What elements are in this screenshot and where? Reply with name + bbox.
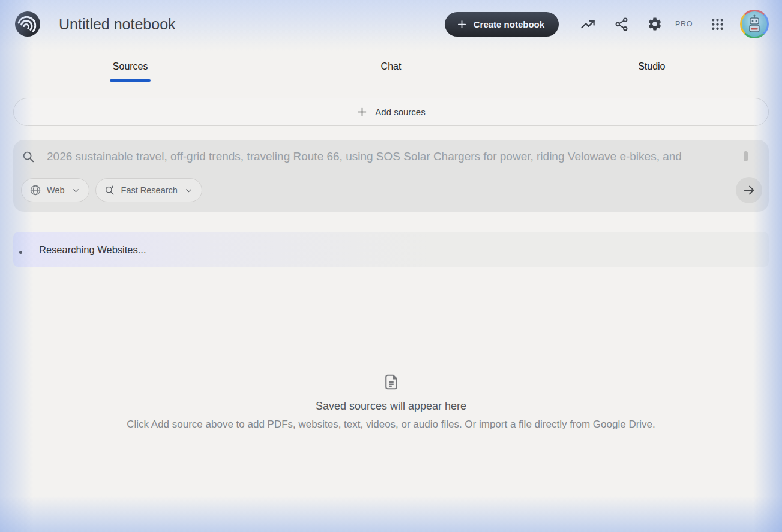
sources-empty-state: Saved sources will appear here Click Add…	[13, 373, 769, 431]
globe-icon	[29, 184, 41, 196]
tab-chat-label: Chat	[381, 61, 402, 72]
app-header: Untitled notebook Create notebook	[0, 0, 782, 48]
plan-badge: PRO	[675, 20, 693, 28]
document-lines-icon	[382, 373, 400, 391]
apps-grid-button[interactable]	[710, 17, 725, 32]
robot-avatar-image	[742, 11, 767, 37]
tab-chat[interactable]: Chat	[260, 48, 521, 85]
chevron-down-icon	[72, 187, 80, 194]
notebooklm-logo-icon[interactable]	[15, 11, 40, 37]
tab-sources[interactable]: Sources	[0, 48, 260, 85]
trending-up-icon	[580, 16, 596, 32]
tab-studio[interactable]: Studio	[522, 48, 782, 85]
plus-icon	[457, 19, 467, 29]
web-source-chip-label: Web	[47, 185, 65, 195]
submit-research-button[interactable]	[736, 177, 762, 203]
arrow-right-icon	[742, 184, 756, 197]
gear-icon	[647, 16, 663, 32]
chevron-down-icon	[185, 187, 193, 194]
analytics-button[interactable]	[580, 16, 596, 32]
empty-state-description: Click Add source above to add PDFs, webs…	[13, 419, 769, 431]
magnifier-sparkle-icon	[104, 184, 116, 196]
share-button[interactable]	[614, 17, 629, 32]
header-actions: Create notebook	[445, 10, 769, 38]
grid-3x3-icon	[710, 17, 725, 32]
research-mode-chip[interactable]: Fast Research	[95, 178, 202, 202]
research-mode-chip-label: Fast Research	[121, 185, 178, 195]
notebook-title[interactable]: Untitled notebook	[59, 16, 176, 33]
search-row	[21, 150, 762, 163]
research-topic-input[interactable]	[47, 150, 762, 163]
loading-dot-icon	[19, 251, 22, 254]
research-status-banner: Researching Websites...	[13, 232, 769, 267]
account-avatar[interactable]	[740, 10, 769, 38]
tab-studio-label: Studio	[638, 61, 665, 72]
search-controls: Web Fast Research	[21, 177, 762, 203]
create-notebook-button[interactable]: Create notebook	[445, 12, 559, 37]
magnifier-icon	[22, 150, 35, 163]
create-notebook-label: Create notebook	[474, 19, 544, 29]
empty-state-title: Saved sources will appear here	[13, 400, 769, 413]
research-status-text: Researching Websites...	[39, 244, 146, 256]
settings-button[interactable]	[647, 16, 663, 32]
discover-sources-panel: Web Fast Research	[13, 140, 769, 212]
share-nodes-icon	[614, 17, 629, 32]
tab-sources-label: Sources	[113, 61, 148, 72]
add-sources-label: Add sources	[375, 107, 425, 117]
sources-pane: Add sources Web	[0, 98, 782, 431]
web-source-chip[interactable]: Web	[21, 178, 89, 202]
input-scrollbar-thumb[interactable]	[744, 151, 748, 161]
add-sources-button[interactable]: Add sources	[13, 98, 769, 126]
plus-icon	[356, 106, 368, 118]
notebook-tabs: Sources Chat Studio	[0, 48, 782, 85]
